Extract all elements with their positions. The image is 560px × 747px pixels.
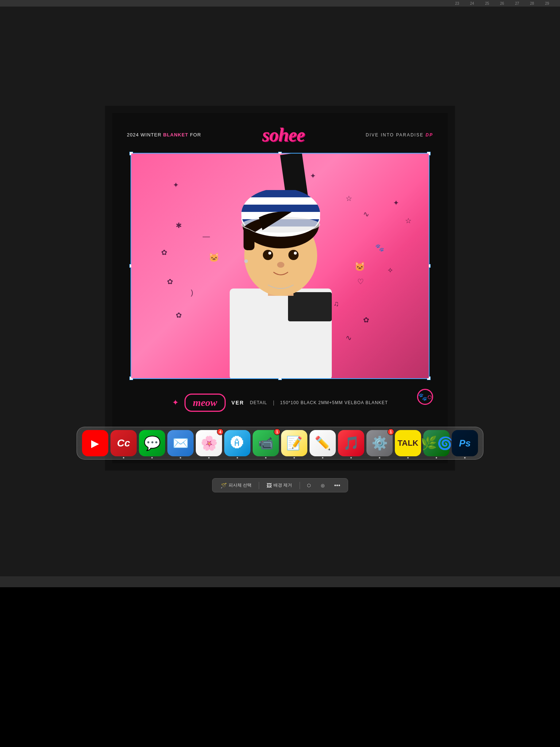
dock-dot <box>436 457 437 458</box>
top-right-label: DIVE INTO PARADISE dp <box>366 132 433 138</box>
dock-dot <box>265 457 267 458</box>
ps-toolbar: 🪄 피사체 선택 🖼 배경 제거 ⬡ ◎ ••• <box>212 478 348 492</box>
monitor-bezel <box>0 576 560 587</box>
svg-point-22 <box>268 252 271 255</box>
toolbar-divider-2 <box>299 482 300 489</box>
image-frame[interactable]: ✦ ✦ ☆ ✱ — ✿ ✿ ) ✿ ∿ 🐾 ♡ ♫ ✿ ∿ <box>131 153 429 379</box>
remove-bg-icon: 🖼 <box>267 483 272 488</box>
ver-label: VER <box>232 400 244 406</box>
svg-point-30 <box>430 397 431 398</box>
divider: | <box>273 400 275 406</box>
design-card: 2024 WINTER BLANKET FOR sohee DIVE INTO … <box>112 113 448 463</box>
badge-facetime: 1 <box>274 429 280 435</box>
badge-settings: 1 <box>388 429 394 435</box>
dock-item-photos[interactable]: 4 <box>196 430 222 456</box>
dock-item-youtube[interactable] <box>82 430 108 456</box>
top-left-label: 2024 WINTER BLANKET FOR <box>127 132 201 138</box>
dock-dot <box>350 457 352 458</box>
dock-container: Cc 4 1 <box>0 427 560 460</box>
macos-dock: Cc 4 1 <box>77 427 483 460</box>
ruler-num: 27 <box>515 1 519 5</box>
star-icon: ✦ <box>172 398 179 407</box>
more-options-button[interactable]: ••• <box>332 481 342 489</box>
ruler-num: 23 <box>455 1 459 5</box>
shape-tool-1[interactable]: ⬡ <box>304 481 314 489</box>
desk-area <box>0 587 560 747</box>
ruler-num: 26 <box>500 1 504 5</box>
dock-item-freeform[interactable] <box>310 430 336 456</box>
svg-point-25 <box>244 259 248 263</box>
blanket-graphic: ✦ ✦ ☆ ✱ — ✿ ✿ ) ✿ ∿ 🐾 ♡ ♫ ✿ ∿ <box>131 154 429 378</box>
dock-item-spiritme[interactable]: 🌿 <box>423 430 450 456</box>
shape-tool-2[interactable]: ◎ <box>318 481 327 489</box>
subject-select-label: 피사체 선택 <box>229 482 252 488</box>
dock-dot <box>322 457 323 458</box>
dock-item-facetime[interactable]: 1 <box>253 430 279 456</box>
dock-item-mail[interactable] <box>167 430 194 456</box>
subject-select-tool[interactable]: 🪄 피사체 선택 <box>218 481 254 490</box>
dock-item-creative-cloud[interactable]: Cc <box>110 430 137 456</box>
dock-dot <box>407 457 409 458</box>
dock-dot <box>123 457 124 458</box>
ruler-num: 29 <box>545 1 549 5</box>
svg-point-29 <box>429 397 429 398</box>
svg-point-23 <box>294 252 297 255</box>
badge-photos: 4 <box>217 429 223 435</box>
dock-item-notes[interactable] <box>281 430 307 456</box>
dock-item-messages[interactable] <box>139 430 165 456</box>
svg-point-24 <box>277 262 284 268</box>
dock-dot <box>379 457 380 458</box>
top-bar: 2024 WINTER BLANKET FOR sohee DIVE INTO … <box>127 124 433 146</box>
svg-rect-15 <box>241 197 321 205</box>
dock-dot <box>293 457 295 458</box>
toolbar-divider-1 <box>259 482 259 489</box>
ruler-bar: 23 24 25 26 27 28 29 <box>0 0 560 7</box>
svg-point-21 <box>288 250 299 260</box>
detail-label: DETAIL <box>250 400 267 405</box>
dock-dot <box>151 457 153 458</box>
svg-rect-6 <box>288 292 332 321</box>
ruler-num: 25 <box>485 1 489 5</box>
dock-dot <box>464 457 466 458</box>
remove-background-tool[interactable]: 🖼 배경 제거 <box>264 481 295 490</box>
photoshop-canvas: 2024 WINTER BLANKET FOR sohee DIVE INTO … <box>105 106 455 471</box>
svg-point-20 <box>263 250 273 260</box>
remove-bg-label: 배경 제거 <box>273 482 292 488</box>
svg-rect-16 <box>241 205 321 212</box>
svg-rect-14 <box>241 190 321 197</box>
bottom-section: ✦ meow VER DETAIL | 150*100 BLACK 2MM+5M… <box>172 394 388 412</box>
dock-item-appstore[interactable] <box>224 430 250 456</box>
dock-dot <box>208 457 210 458</box>
cat-icon-bottom-right <box>417 389 433 405</box>
dock-item-photoshop[interactable]: Ps <box>452 430 478 456</box>
meow-bubble: meow <box>184 394 226 412</box>
ruler-num: 24 <box>470 1 474 5</box>
dock-item-system-settings[interactable]: 1 <box>366 430 393 456</box>
dock-dot <box>237 457 238 458</box>
dock-dot <box>180 457 181 458</box>
monitor-screen: 23 24 25 26 27 28 29 2024 WINTER BLANKET… <box>0 0 560 576</box>
dock-item-music[interactable] <box>338 430 364 456</box>
brand-title: sohee <box>262 124 304 146</box>
subject-select-icon: 🪄 <box>221 483 227 488</box>
ruler-num: 28 <box>530 1 534 5</box>
spec-label: 150*100 BLACK 2MM+5MM VELBOA BLANKET <box>280 400 388 405</box>
dock-item-kakao[interactable]: TALK <box>395 430 421 456</box>
